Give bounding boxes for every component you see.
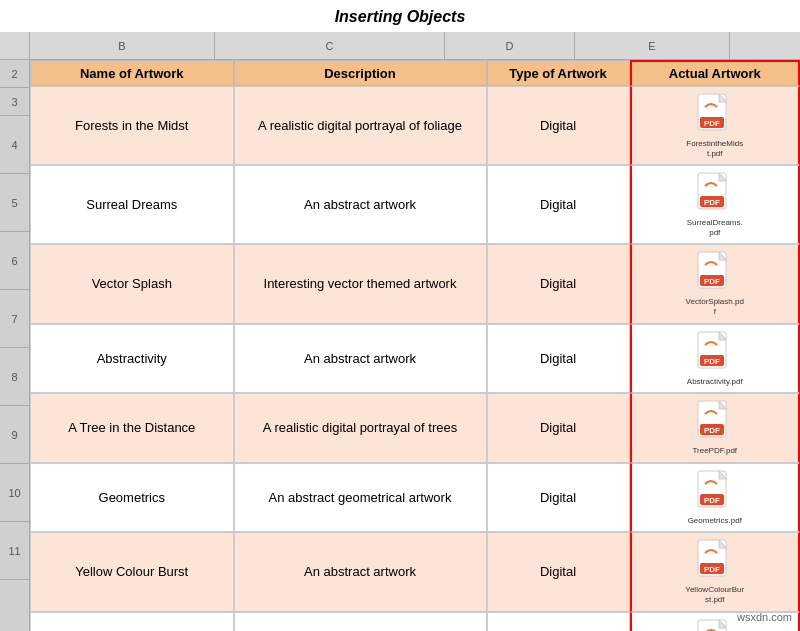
pdf-icon-container[interactable]: PDF TreePDF.pdf	[685, 400, 745, 456]
row-num-7: 7	[0, 290, 29, 348]
spreadsheet-title: Inserting Objects	[0, 0, 800, 32]
row-num-9: 9	[0, 406, 29, 464]
column-headers: B C D E	[30, 32, 800, 60]
svg-text:PDF: PDF	[704, 496, 720, 505]
cell-name: Yellow Colour Burst	[30, 532, 234, 611]
row-numbers-column: 2 3 4 5 6 7 8 9 10 11	[0, 32, 30, 631]
pdf-filename: Geometrics.pdf	[688, 516, 742, 526]
svg-text:PDF: PDF	[704, 357, 720, 366]
row-num-11: 11	[0, 522, 29, 580]
cell-name: Geometrics	[30, 463, 234, 533]
col-header-e: E	[575, 32, 730, 59]
pdf-filename: VectorSplash.pdf	[685, 297, 745, 316]
cell-name: Dream Starts	[30, 612, 234, 631]
cell-name: Surreal Dreams	[30, 165, 234, 244]
table-row: Dream StartsAn abstract artworkDigital P…	[30, 612, 800, 631]
row-num-10: 10	[0, 464, 29, 522]
pdf-filename: SurrealDreams.pdf	[685, 218, 745, 237]
watermark: wsxdn.com	[737, 611, 792, 623]
cell-description: An abstract artwork	[234, 532, 487, 611]
header-desc: Description	[234, 60, 487, 86]
cell-type: Digital	[487, 244, 630, 323]
cell-type: Digital	[487, 393, 630, 463]
header-name: Name of Artwork	[30, 60, 234, 86]
cell-type: Digital	[487, 165, 630, 244]
row-num-4: 4	[0, 116, 29, 174]
col-header-b: B	[30, 32, 215, 59]
grid-area: 2 3 4 5 6 7 8 9 10 11 B C D E	[0, 32, 800, 631]
cell-description: An abstract artwork	[234, 324, 487, 394]
spreadsheet: Inserting Objects 2 3 4 5 6 7 8 9 10 11 …	[0, 0, 800, 631]
row-num-2: 2	[0, 60, 29, 88]
pdf-icon-container[interactable]: PDF SurrealDreams.pdf	[685, 172, 745, 237]
pdf-filename: Abstractivity.pdf	[687, 377, 743, 387]
cell-description: Interesting vector themed artwork	[234, 244, 487, 323]
cell-artwork[interactable]: PDF VectorSplash.pdf	[630, 244, 801, 323]
cell-type: Digital	[487, 86, 630, 165]
cell-artwork[interactable]: PDF SurrealDreams.pdf	[630, 165, 801, 244]
table-row: Vector SplashInteresting vector themed a…	[30, 244, 800, 323]
cell-artwork[interactable]: PDF YellowColourBurst.pdf	[630, 532, 801, 611]
cell-artwork[interactable]: PDF TreePDF.pdf	[630, 393, 801, 463]
cell-type: Digital	[487, 532, 630, 611]
cell-type: Digital	[487, 324, 630, 394]
cell-artwork[interactable]: PDF Geometrics.pdf	[630, 463, 801, 533]
cell-description: An abstract artwork	[234, 612, 487, 631]
pdf-icon-container[interactable]: PDF YellowColourBurst.pdf	[685, 539, 745, 604]
pdf-filename: YellowColourBurst.pdf	[685, 585, 745, 604]
cell-name: Abstractivity	[30, 324, 234, 394]
header-type: Type of Artwork	[487, 60, 630, 86]
data-table: Name of Artwork Description Type of Artw…	[30, 60, 800, 631]
table-row: A Tree in the DistanceA realistic digita…	[30, 393, 800, 463]
table-row: Yellow Colour BurstAn abstract artworkDi…	[30, 532, 800, 611]
row-num-8: 8	[0, 348, 29, 406]
row-num-5: 5	[0, 174, 29, 232]
cell-name: A Tree in the Distance	[30, 393, 234, 463]
pdf-filename: ForestintheMidst.pdf	[685, 139, 745, 158]
cell-description: An abstract artwork	[234, 165, 487, 244]
row-num-3: 3	[0, 88, 29, 116]
cell-description: An abstract geometrical artwork	[234, 463, 487, 533]
table-row: Surreal DreamsAn abstract artworkDigital…	[30, 165, 800, 244]
cell-artwork[interactable]: PDF ForestintheMidst.pdf	[630, 86, 801, 165]
table-row: AbstractivityAn abstract artworkDigital …	[30, 324, 800, 394]
table-row: GeometricsAn abstract geometrical artwor…	[30, 463, 800, 533]
pdf-icon-container[interactable]: PDF VectorSplash.pdf	[685, 251, 745, 316]
pdf-icon-container[interactable]: PDF ForestintheMidst.pdf	[685, 93, 745, 158]
cell-description: A realistic digital portrayal of trees	[234, 393, 487, 463]
svg-text:PDF: PDF	[704, 565, 720, 574]
cell-name: Forests in the Midst	[30, 86, 234, 165]
row-num-extra	[0, 580, 29, 631]
col-header-c: C	[215, 32, 445, 59]
cell-artwork[interactable]: PDF Abstractivity.pdf	[630, 324, 801, 394]
corner-cell	[0, 32, 29, 60]
pdf-icon-container[interactable]: PDF Abstractivity.pdf	[685, 331, 745, 387]
svg-text:PDF: PDF	[704, 119, 720, 128]
header-artwork: Actual Artwork	[630, 60, 801, 86]
cell-type: Digital	[487, 612, 630, 631]
svg-text:PDF: PDF	[704, 198, 720, 207]
table-row: Forests in the MidstA realistic digital …	[30, 86, 800, 165]
pdf-filename: TreePDF.pdf	[692, 446, 737, 456]
cell-type: Digital	[487, 463, 630, 533]
pdf-icon-container[interactable]: PDF DreamStarts.pdf	[685, 619, 745, 631]
svg-text:PDF: PDF	[704, 426, 720, 435]
row-num-6: 6	[0, 232, 29, 290]
pdf-icon-container[interactable]: PDF Geometrics.pdf	[685, 470, 745, 526]
table-area: B C D E Name of Artwork Description Type…	[30, 32, 800, 631]
cell-description: A realistic digital portrayal of foliage	[234, 86, 487, 165]
svg-text:PDF: PDF	[704, 277, 720, 286]
col-header-d: D	[445, 32, 575, 59]
cell-name: Vector Splash	[30, 244, 234, 323]
header-row: Name of Artwork Description Type of Artw…	[30, 60, 800, 86]
